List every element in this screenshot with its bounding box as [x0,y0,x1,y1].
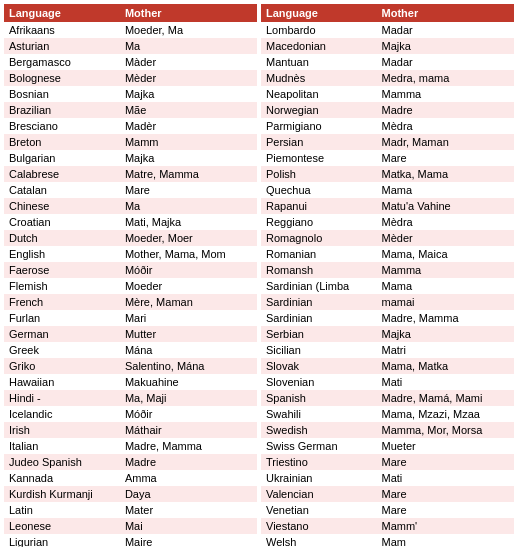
table-row: Sardinian (LimbaMama [261,278,514,294]
table-row: LatinMater [4,502,257,518]
table-row: Swiss GermanMueter [261,438,514,454]
table-row: FurlanMari [4,310,257,326]
table-row: BergamascoMàder [4,54,257,70]
table-row: DutchMoeder, Moer [4,230,257,246]
table-row: MantuanMadar [261,54,514,70]
table-row: Hindi -Ma, Maji [4,390,257,406]
table-row: NorwegianMadre [261,102,514,118]
table-row: LigurianMaire [4,534,257,547]
table-row: CroatianMati, Majka [4,214,257,230]
table-row: BretonMamm [4,134,257,150]
right-table: Language Mother LombardoMadarMacedonianM… [261,4,514,547]
table-row: LombardoMadar [261,22,514,38]
table-row: SwahiliMama, Mzazi, Mzaa [261,406,514,422]
table-row: WelshMam [261,534,514,547]
table-row: KannadaAmma [4,470,257,486]
table-row: FaeroseMóðir [4,262,257,278]
table-row: PolishMatka, Mama [261,166,514,182]
left-table-language-header: Language [4,4,120,22]
table-row: SpanishMadre, Mamá, Mami [261,390,514,406]
table-row: ChineseMa [4,198,257,214]
right-table-language-header: Language [261,4,377,22]
table-row: NeapolitanMamma [261,86,514,102]
table-row: CalabreseMatre, Mamma [4,166,257,182]
table-row: SardinianMadre, Mamma [261,310,514,326]
table-row: ItalianMadre, Mamma [4,438,257,454]
table-row: GrikoSalentino, Mána [4,358,257,374]
table-row: UkrainianMati [261,470,514,486]
table-row: LeoneseMai [4,518,257,534]
table-row: BrazilianMãe [4,102,257,118]
table-row: SlovakMama, Matka [261,358,514,374]
table-row: RapanuiMatu'a Vahine [261,198,514,214]
table-row: BosnianMajka [4,86,257,102]
table-row: GreekMána [4,342,257,358]
table-row: MacedonianMajka [261,38,514,54]
table-row: BrescianoMadèr [4,118,257,134]
table-row: CatalanMare [4,182,257,198]
table-row: VenetianMare [261,502,514,518]
table-row: EnglishMother, Mama, Mom [4,246,257,262]
table-row: RomanshMamma [261,262,514,278]
table-row: TriestinoMare [261,454,514,470]
table-row: ReggianoMèdra [261,214,514,230]
table-row: Kurdish KurmanjiDaya [4,486,257,502]
table-row: SicilianMatri [261,342,514,358]
table-row: FlemishMoeder [4,278,257,294]
table-row: GermanMutter [4,326,257,342]
table-row: ParmigianoMèdra [261,118,514,134]
table-row: ValencianMare [261,486,514,502]
table-row: IrishMáthair [4,422,257,438]
table-row: SerbianMajka [261,326,514,342]
table-row: ViestanoMamm' [261,518,514,534]
table-row: PiemonteseMare [261,150,514,166]
table-row: Judeo SpanishMadre [4,454,257,470]
table-row: SwedishMamma, Mor, Morsa [261,422,514,438]
table-row: MudnèsMedra, mama [261,70,514,86]
table-row: AsturianMa [4,38,257,54]
table-row: BologneseMèder [4,70,257,86]
table-row: RomagnoloMèder [261,230,514,246]
table-row: AfrikaansMoeder, Ma [4,22,257,38]
table-row: QuechuaMama [261,182,514,198]
table-row: IcelandicMóðir [4,406,257,422]
right-table-mother-header: Mother [377,4,514,22]
table-row: SlovenianMati [261,374,514,390]
left-table: Language Mother AfrikaansMoeder, MaAstur… [4,4,257,547]
left-table-mother-header: Mother [120,4,257,22]
table-row: BulgarianMajka [4,150,257,166]
table-row: FrenchMère, Maman [4,294,257,310]
table-row: Sardinianmamai [261,294,514,310]
table-row: PersianMadr, Maman [261,134,514,150]
table-row: HawaiianMakuahine [4,374,257,390]
table-row: RomanianMama, Maica [261,246,514,262]
